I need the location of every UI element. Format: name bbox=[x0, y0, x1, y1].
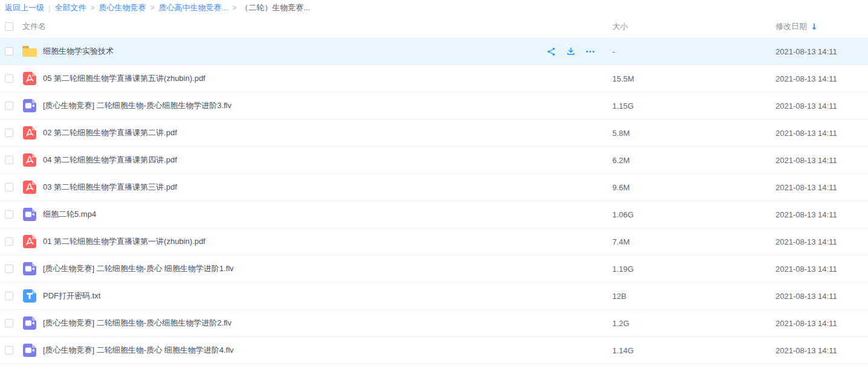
file-name-link[interactable]: 02 第二轮细胞生物学直播课第二讲.pdf bbox=[43, 127, 177, 138]
back-up-link[interactable]: 返回上一级 bbox=[5, 2, 44, 13]
video-file-icon bbox=[23, 316, 36, 330]
table-row[interactable]: 02 第二轮细胞生物学直播课第二讲.pdf 5.8M 2021-08-13 14… bbox=[0, 120, 868, 147]
file-name-link[interactable]: 04 第二轮细胞生物学直播课第四讲.pdf bbox=[43, 155, 177, 165]
pdf-file-icon bbox=[23, 72, 36, 85]
file-date: 2021-08-13 14:11 bbox=[776, 265, 868, 274]
pdf-file-icon bbox=[23, 153, 36, 167]
file-date: 2021-08-13 14:11 bbox=[776, 319, 868, 328]
pdf-file-icon bbox=[23, 181, 36, 194]
file-size: - bbox=[612, 47, 776, 56]
breadcrumb-chevron-icon: > bbox=[90, 4, 94, 12]
download-icon[interactable] bbox=[566, 47, 576, 57]
breadcrumb: 返回上一级 | 全部文件 > 质心生物竞赛 > 质心高中生物竞赛... > （二… bbox=[0, 0, 868, 16]
file-name-link[interactable]: [质心生物竞赛] 二轮细胞生物-质心 细胞生物学进阶1.flv bbox=[43, 263, 234, 274]
sort-desc-icon[interactable]: ↓ bbox=[811, 22, 818, 31]
txt-file-icon bbox=[23, 289, 36, 303]
file-date: 2021-08-13 14:11 bbox=[776, 101, 868, 111]
row-checkbox[interactable] bbox=[5, 47, 13, 56]
row-checkbox[interactable] bbox=[5, 74, 13, 83]
file-size: 1.15G bbox=[612, 101, 776, 111]
file-size: 1.14G bbox=[612, 346, 776, 355]
file-size: 1.19G bbox=[612, 265, 776, 274]
table-row[interactable]: [质心生物竞赛] 二轮细胞生物-质心 细胞生物学进阶4.flv 1.14G 20… bbox=[0, 337, 868, 364]
column-header-date[interactable]: 修改日期 ↓ bbox=[776, 21, 868, 32]
page-fold bbox=[32, 344, 36, 348]
column-header-date-label: 修改日期 bbox=[776, 21, 807, 32]
row-checkbox[interactable] bbox=[5, 237, 13, 246]
file-date: 2021-08-13 14:11 bbox=[776, 74, 868, 83]
file-size: 9.6M bbox=[612, 183, 776, 192]
share-icon[interactable] bbox=[546, 47, 557, 57]
file-size: 1.06G bbox=[612, 210, 776, 219]
file-name-link[interactable]: 01 第二轮细胞生物学直播课第一讲(zhubin).pdf bbox=[43, 236, 206, 247]
more-actions-icon[interactable] bbox=[585, 47, 595, 57]
file-date: 2021-08-13 14:11 bbox=[776, 183, 868, 192]
file-size: 7.4M bbox=[612, 237, 776, 246]
page-fold bbox=[32, 72, 36, 76]
table-row[interactable]: 05 第二轮细胞生物学直播课第五讲(zhubin).pdf 15.5M 2021… bbox=[0, 65, 868, 92]
table-header: 文件名 大小 修改日期 ↓ bbox=[0, 16, 868, 38]
page-fold bbox=[32, 126, 36, 130]
column-header-size[interactable]: 大小 bbox=[612, 21, 776, 32]
file-name-link[interactable]: 05 第二轮细胞生物学直播课第五讲(zhubin).pdf bbox=[43, 73, 206, 84]
table-row[interactable]: 01 第二轮细胞生物学直播课第一讲(zhubin).pdf 7.4M 2021-… bbox=[0, 228, 868, 255]
video-file-icon bbox=[23, 344, 36, 357]
file-date: 2021-08-13 14:11 bbox=[776, 210, 868, 219]
row-checkbox[interactable] bbox=[5, 346, 13, 355]
file-name-link[interactable]: [质心生物竞赛] 二轮细胞生物-质心 细胞生物学进阶4.flv bbox=[43, 345, 234, 356]
select-all-checkbox[interactable] bbox=[5, 22, 13, 31]
video-file-icon bbox=[23, 262, 36, 275]
file-size: 12B bbox=[612, 292, 776, 301]
breadcrumb-chevron-icon: > bbox=[232, 4, 236, 12]
file-size: 15.5M bbox=[612, 74, 776, 83]
row-checkbox[interactable] bbox=[5, 210, 13, 219]
file-name-link[interactable]: PDF打开密码.txt bbox=[43, 290, 100, 301]
breadcrumb-pipe-separator: | bbox=[48, 4, 50, 13]
file-name-link[interactable]: 03 第二轮细胞生物学直播课第三讲.pdf bbox=[43, 182, 177, 193]
page-fold bbox=[32, 316, 36, 321]
table-row[interactable]: [质心生物竞赛] 二轮细胞生物-质心细胞生物学进阶3.flv 1.15G 202… bbox=[0, 92, 868, 120]
page-fold bbox=[32, 235, 36, 239]
table-row[interactable]: PDF打开密码.txt 12B 2021-08-13 14:11 bbox=[0, 283, 868, 310]
row-checkbox[interactable] bbox=[5, 183, 13, 191]
breadcrumb-link-folder-1[interactable]: 质心生物竞赛 bbox=[99, 2, 146, 13]
video-file-icon bbox=[23, 208, 36, 221]
table-row[interactable]: [质心生物竞赛] 二轮细胞生物-质心细胞生物学进阶2.flv 1.2G 2021… bbox=[0, 310, 868, 337]
column-header-filename[interactable]: 文件名 bbox=[22, 21, 612, 32]
row-checkbox[interactable] bbox=[5, 156, 13, 164]
file-date: 2021-08-13 14:11 bbox=[776, 156, 868, 165]
page-fold bbox=[32, 208, 36, 212]
row-actions bbox=[546, 47, 612, 57]
file-name-link[interactable]: [质心生物竞赛] 二轮细胞生物-质心细胞生物学进阶3.flv bbox=[43, 100, 232, 111]
row-checkbox[interactable] bbox=[5, 101, 13, 110]
video-file-icon bbox=[23, 99, 36, 112]
file-size: 5.8M bbox=[612, 129, 776, 138]
file-date: 2021-08-13 14:11 bbox=[776, 237, 868, 246]
page-fold bbox=[32, 262, 36, 266]
pdf-file-icon bbox=[23, 126, 36, 140]
table-row[interactable]: 03 第二轮细胞生物学直播课第三讲.pdf 9.6M 2021-08-13 14… bbox=[0, 174, 868, 201]
file-size: 1.2G bbox=[612, 319, 776, 328]
file-date: 2021-08-13 14:11 bbox=[776, 292, 868, 301]
file-name-link[interactable]: 细胞生物学实验技术 bbox=[43, 46, 114, 57]
table-row[interactable]: 04 第二轮细胞生物学直播课第四讲.pdf 6.2M 2021-08-13 14… bbox=[0, 147, 868, 174]
row-checkbox[interactable] bbox=[5, 129, 13, 137]
file-name-link[interactable]: 细胞二轮5.mp4 bbox=[43, 209, 96, 220]
breadcrumb-link-all-files[interactable]: 全部文件 bbox=[54, 2, 86, 13]
row-checkbox[interactable] bbox=[5, 292, 13, 300]
file-date: 2021-08-13 14:11 bbox=[776, 346, 868, 355]
file-date: 2021-08-13 14:11 bbox=[776, 129, 868, 138]
table-row[interactable]: 细胞二轮5.mp4 1.06G 2021-08-13 14:11 bbox=[0, 201, 868, 228]
page-fold bbox=[32, 99, 36, 103]
breadcrumb-link-folder-2[interactable]: 质心高中生物竞赛... bbox=[158, 2, 228, 13]
page-fold bbox=[32, 181, 36, 185]
page-fold bbox=[32, 289, 36, 294]
table-row[interactable]: 细胞生物学实验技术 - 2021-08-13 14:11 bbox=[0, 38, 868, 65]
breadcrumb-current-folder: （二轮）生物竞赛... bbox=[241, 2, 310, 13]
breadcrumb-chevron-icon: > bbox=[150, 4, 154, 12]
row-checkbox[interactable] bbox=[5, 319, 13, 327]
row-checkbox[interactable] bbox=[5, 265, 13, 273]
table-row[interactable]: [质心生物竞赛] 二轮细胞生物-质心 细胞生物学进阶1.flv 1.19G 20… bbox=[0, 255, 868, 283]
page-fold bbox=[32, 153, 36, 158]
file-name-link[interactable]: [质心生物竞赛] 二轮细胞生物-质心细胞生物学进阶2.flv bbox=[43, 318, 232, 329]
